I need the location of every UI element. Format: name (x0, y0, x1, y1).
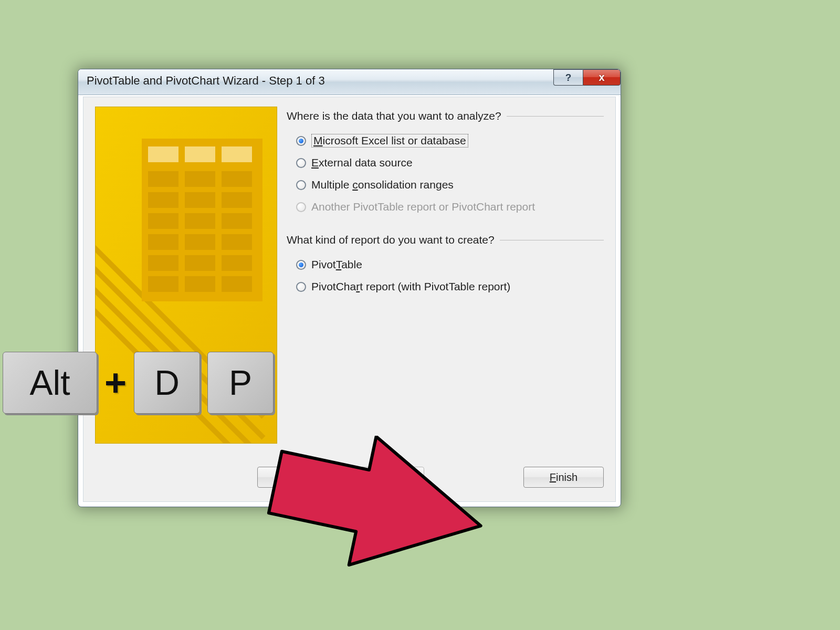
titlebar-buttons: ? x (553, 69, 621, 87)
svg-rect-19 (185, 234, 215, 250)
finish-button[interactable]: Finish (523, 467, 604, 488)
svg-rect-22 (185, 255, 215, 271)
radio-icon (296, 180, 306, 190)
radio-icon (296, 202, 306, 212)
options-panel: Where is the data that you want to analy… (287, 107, 604, 459)
svg-rect-26 (222, 276, 252, 292)
plus-icon: + (104, 361, 127, 404)
group2-label: What kind of report do you want to creat… (287, 234, 604, 246)
dialog-title: PivotTable and PivotChart Wizard - Step … (87, 74, 325, 88)
svg-rect-7 (185, 146, 215, 162)
titlebar: PivotTable and PivotChart Wizard - Step … (78, 69, 621, 95)
radio-excel-list[interactable]: Microsoft Excel list or database (296, 130, 604, 152)
svg-rect-24 (148, 276, 178, 292)
svg-rect-12 (148, 192, 178, 208)
cancel-button[interactable]: Cancel (257, 467, 338, 488)
help-icon: ? (565, 72, 572, 83)
radio-multiple-ranges-label: Multiple consolidation ranges (311, 178, 454, 191)
key-alt: Alt (3, 352, 97, 414)
radio-external-data[interactable]: External data source (296, 152, 604, 174)
radio-pivottable-label: PivotTable (311, 258, 362, 271)
svg-rect-16 (185, 213, 215, 229)
radio-pivotchart-label: PivotChart report (with PivotTable repor… (311, 280, 510, 293)
svg-rect-23 (222, 255, 252, 271)
svg-rect-18 (148, 234, 178, 250)
close-button[interactable]: x (583, 69, 621, 86)
radio-icon (296, 282, 306, 292)
svg-rect-10 (185, 171, 215, 187)
help-button[interactable]: ? (553, 69, 583, 86)
back-button: < Back (344, 467, 424, 488)
svg-rect-15 (148, 213, 178, 229)
key-d: D (134, 352, 200, 414)
radio-icon (296, 136, 306, 146)
svg-rect-21 (148, 255, 178, 271)
group1-options: Microsoft Excel list or database Externa… (296, 130, 604, 218)
dialog-footer: Cancel < Back Finish (83, 459, 615, 501)
radio-icon (296, 158, 306, 168)
svg-rect-9 (148, 171, 178, 187)
svg-rect-20 (222, 234, 252, 250)
svg-rect-8 (222, 146, 252, 162)
key-p: P (207, 352, 274, 414)
wizard-dialog: PivotTable and PivotChart Wizard - Step … (78, 69, 621, 507)
radio-excel-list-label: Microsoft Excel list or database (311, 134, 468, 148)
svg-rect-14 (222, 192, 252, 208)
svg-rect-11 (222, 171, 252, 187)
group1-label: Where is the data that you want to analy… (287, 110, 604, 122)
radio-pivotchart[interactable]: PivotChart report (with PivotTable repor… (296, 276, 604, 298)
radio-icon (296, 260, 306, 270)
radio-pivottable[interactable]: PivotTable (296, 254, 604, 276)
radio-another-pivot: Another PivotTable report or PivotChart … (296, 196, 604, 218)
keyboard-shortcut-overlay: Alt + D P (0, 352, 274, 414)
group2-options: PivotTable PivotChart report (with Pivot… (296, 254, 604, 298)
dialog-client-area: Where is the data that you want to analy… (83, 97, 616, 502)
svg-rect-17 (222, 213, 252, 229)
radio-another-pivot-label: Another PivotTable report or PivotChart … (311, 201, 535, 213)
svg-rect-25 (185, 276, 215, 292)
svg-rect-13 (185, 192, 215, 208)
svg-rect-6 (148, 146, 178, 162)
close-icon: x (598, 71, 604, 83)
radio-external-data-label: External data source (311, 156, 413, 169)
radio-multiple-ranges[interactable]: Multiple consolidation ranges (296, 174, 604, 196)
